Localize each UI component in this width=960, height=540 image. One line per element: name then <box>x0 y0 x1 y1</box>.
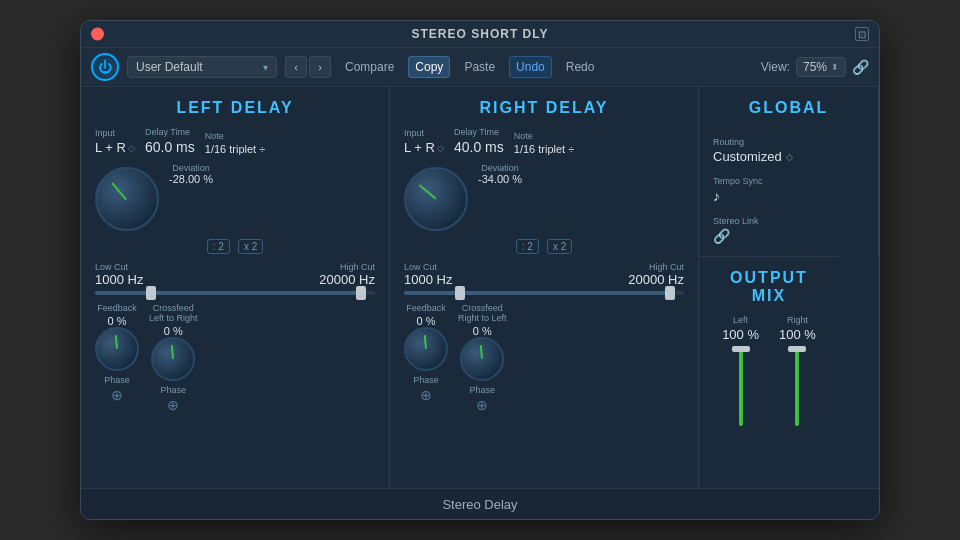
right-fader-group: Right 100 % <box>779 315 816 426</box>
tempo-label: Tempo Sync <box>713 176 763 186</box>
nav-next-button[interactable]: › <box>309 56 331 78</box>
paste-button[interactable]: Paste <box>458 57 501 77</box>
power-button[interactable]: ⏻ <box>91 53 119 81</box>
left-top-params: Input L + R ◇ Delay Time 60.0 ms Note 1/… <box>95 127 375 155</box>
left-fader-track[interactable] <box>739 346 743 426</box>
left-delay-time-group: Delay Time 60.0 ms <box>145 127 195 155</box>
right-mult2[interactable]: x 2 <box>547 239 572 254</box>
right-high-cut-value: 20000 Hz <box>628 272 684 287</box>
left-input-selector[interactable]: L + R ◇ <box>95 140 135 155</box>
right-knob-area: Deviation -34.00 % <box>404 163 684 235</box>
close-button[interactable] <box>91 28 104 41</box>
left-filter-row: Low Cut 1000 Hz High Cut 20000 Hz <box>95 262 375 295</box>
right-delay-knob[interactable] <box>404 167 468 231</box>
link-icon[interactable]: 🔗 <box>852 59 869 75</box>
right-delay-time-group: Delay Time 40.0 ms <box>454 127 504 155</box>
global-section: GLOBAL Routing Customized ◇ Tempo Sync ♪ <box>699 87 879 256</box>
right-input-selector[interactable]: L + R ◇ <box>404 140 444 155</box>
left-delay-knob[interactable] <box>95 167 159 231</box>
view-control[interactable]: 75% ⬍ <box>796 57 846 77</box>
nav-prev-button[interactable]: ‹ <box>285 56 307 78</box>
right-main-knob-area <box>404 167 468 231</box>
view-value: 75% <box>803 60 827 74</box>
right-deviation-value: -34.00 % <box>478 173 522 185</box>
redo-button[interactable]: Redo <box>560 57 601 77</box>
right-delay-label: Delay Time <box>454 127 504 137</box>
bottom-bar: Stereo Delay <box>81 488 879 519</box>
right-low-cut-value: 1000 Hz <box>404 272 452 287</box>
stereo-link-icon[interactable]: 🔗 <box>713 228 730 244</box>
left-deviation-label: Deviation <box>172 163 210 173</box>
left-low-cut-thumb[interactable] <box>146 286 156 300</box>
right-fader-value: 100 % <box>779 327 816 342</box>
right-crossfeed-knob[interactable] <box>460 337 504 381</box>
left-input-arrow-icon: ◇ <box>128 143 135 153</box>
right-low-cut-thumb[interactable] <box>455 286 465 300</box>
right-phase-label1: Phase <box>413 375 439 385</box>
right-bottom-controls: Feedback 0 % Phase ⊕ Crossfeed Right to … <box>404 303 684 413</box>
right-crossfeed-label: Crossfeed Right to Left <box>458 303 507 323</box>
left-feedback-control: Feedback 0 % Phase ⊕ <box>95 303 139 413</box>
compare-button[interactable]: Compare <box>339 57 400 77</box>
preset-dropdown[interactable]: User Default ▾ <box>127 56 277 78</box>
left-low-cut-group: Low Cut 1000 Hz <box>95 262 143 287</box>
left-crossfeed-label: Crossfeed Left to Right <box>149 303 198 323</box>
right-high-cut-label: High Cut <box>628 262 684 272</box>
toolbar: ⏻ User Default ▾ ‹ › Compare Copy Paste … <box>81 48 879 87</box>
left-fader-thumb[interactable] <box>732 346 750 352</box>
right-feedback-label: Feedback <box>406 303 446 313</box>
right-crossfeed-value: 0 % <box>473 325 492 337</box>
left-mult2[interactable]: x 2 <box>238 239 263 254</box>
left-multipliers: : 2 x 2 <box>95 239 375 254</box>
preset-label: User Default <box>136 60 203 74</box>
left-high-cut-thumb[interactable] <box>356 286 366 300</box>
right-feedback-knob[interactable] <box>404 327 448 371</box>
left-high-cut-value: 20000 Hz <box>319 272 375 287</box>
left-mult1[interactable]: : 2 <box>207 239 230 254</box>
left-fader-group: Left 100 % <box>722 315 759 426</box>
stereo-label: Stereo Link <box>713 216 759 226</box>
right-fader-thumb[interactable] <box>788 346 806 352</box>
left-bottom-controls: Feedback 0 % Phase ⊕ Crossfeed Left to R… <box>95 303 375 413</box>
left-crossfeed-value: 0 % <box>164 325 183 337</box>
dropdown-arrow-icon: ▾ <box>263 62 268 73</box>
tempo-note-icon[interactable]: ♪ <box>713 188 720 204</box>
right-high-cut-thumb[interactable] <box>665 286 675 300</box>
right-feedback-value: 0 % <box>417 315 436 327</box>
left-high-cut-label: High Cut <box>319 262 375 272</box>
left-feedback-knob[interactable] <box>95 327 139 371</box>
expand-button[interactable] <box>855 27 869 41</box>
right-input-group: Input L + R ◇ <box>404 128 444 155</box>
routing-param: Routing Customized ◇ <box>713 137 864 164</box>
main-content: LEFT DELAY Input L + R ◇ Delay Time 60.0… <box>81 87 879 488</box>
right-input-label: Input <box>404 128 444 138</box>
right-phase-icon2[interactable]: ⊕ <box>476 397 488 413</box>
left-low-cut-value: 1000 Hz <box>95 272 143 287</box>
left-fader-value: 100 % <box>722 327 759 342</box>
left-input-value: L + R <box>95 140 126 155</box>
right-phase-icon1[interactable]: ⊕ <box>420 387 432 403</box>
left-fader-fill <box>739 346 743 426</box>
undo-button[interactable]: Undo <box>509 56 552 78</box>
left-phase-icon1[interactable]: ⊕ <box>111 387 123 403</box>
power-icon: ⏻ <box>98 59 112 75</box>
title-bar: STEREO SHORT DLY <box>81 21 879 48</box>
right-mult1[interactable]: : 2 <box>516 239 539 254</box>
left-note-label: Note <box>205 131 265 141</box>
left-deviation-area: Deviation -28.00 % <box>169 163 213 185</box>
right-deviation-area: Deviation -34.00 % <box>478 163 522 185</box>
left-deviation-value: -28.00 % <box>169 173 213 185</box>
right-delay-title: RIGHT DELAY <box>404 99 684 117</box>
right-fader-track[interactable] <box>795 346 799 426</box>
left-phase-icon2[interactable]: ⊕ <box>167 397 179 413</box>
left-filter-slider[interactable] <box>95 291 375 295</box>
left-feedback-value: 0 % <box>108 315 127 327</box>
right-filter-slider[interactable] <box>404 291 684 295</box>
right-top-params: Input L + R ◇ Delay Time 40.0 ms Note 1/… <box>404 127 684 155</box>
copy-button[interactable]: Copy <box>408 56 450 78</box>
left-main-knob-area <box>95 167 159 231</box>
left-crossfeed-knob[interactable] <box>151 337 195 381</box>
left-fader-label: Left <box>733 315 748 325</box>
routing-value-row[interactable]: Customized ◇ <box>713 149 793 164</box>
right-delay-section: RIGHT DELAY Input L + R ◇ Delay Time 40.… <box>390 87 699 488</box>
